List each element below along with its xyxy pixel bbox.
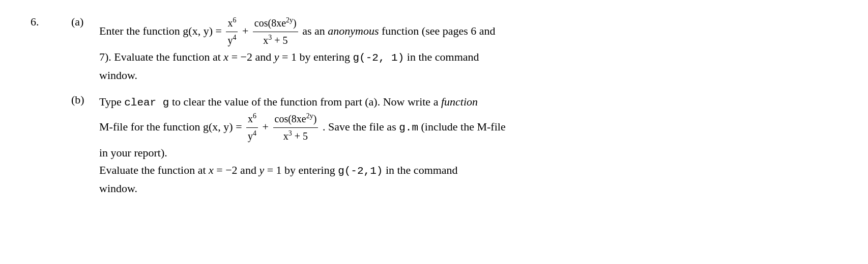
y-eq-2: = 1 by entering <box>264 164 335 176</box>
part-a-line3: window. <box>99 67 837 84</box>
x-var-2: x <box>209 164 214 176</box>
part-a-line2: 7). Evaluate the function at x = −2 and … <box>99 48 837 67</box>
part-a-func-name: g(x, y) = <box>183 24 222 37</box>
part-b-label: (b) <box>71 93 99 197</box>
g-call-b: g(-2,1) <box>338 165 383 177</box>
part-b-clear-text: to clear the value of the function from … <box>169 95 441 108</box>
y-var-2: y <box>259 164 264 176</box>
part-b-evaluate: Evaluate the function at <box>99 164 209 176</box>
fraction-3-numerator: x6 <box>246 111 258 128</box>
fraction-3-denominator: y4 <box>246 128 258 144</box>
fraction-3: x6 y4 <box>246 111 258 144</box>
fraction-2-denominator: x3 + 5 <box>262 32 289 48</box>
anonymous-text: anonymous <box>328 24 379 37</box>
part-a-label: (a) <box>71 15 99 84</box>
part-b-report: in your report). <box>99 146 167 159</box>
problem-content: (a) Enter the function g(x, y) = x6 y4 +… <box>71 15 837 206</box>
fraction-1-numerator: x6 <box>226 15 238 32</box>
clear-cmd: clear g <box>124 97 169 109</box>
part-b-window: window. <box>99 182 137 195</box>
part-b-line2: M-file for the function g(x, y) = x6 y4 … <box>99 111 837 144</box>
part-a-line1: Enter the function g(x, y) = x6 y4 + cos… <box>99 15 837 48</box>
part-a-intro: Enter the function <box>99 24 180 37</box>
fraction-2: cos(8xe2y) x3 + 5 <box>253 15 298 48</box>
part-a-in-command: in the command <box>407 50 479 63</box>
part-a-line2-text1: 7). Evaluate the function at <box>99 50 223 63</box>
part-b-type: Type <box>99 95 124 108</box>
part-b-body: Type clear g to clear the value of the f… <box>99 93 837 197</box>
part-a-body: Enter the function g(x, y) = x6 y4 + cos… <box>99 15 837 84</box>
fraction-4-denominator: x3 + 5 <box>282 128 309 144</box>
part-b-mfile-text: M-file for the function g(x, y) = <box>99 120 242 133</box>
part-b-line3: in your report). <box>99 144 837 162</box>
x-eq-2: = −2 and <box>214 164 259 176</box>
y-eq-1: = 1 by entering <box>279 50 350 63</box>
g-call-a: g(-2, 1) <box>353 52 404 64</box>
gm-file: g.m <box>399 122 418 134</box>
fraction-1: x6 y4 <box>226 15 238 48</box>
function-italic: function <box>441 95 478 108</box>
problem-6: 6. (a) Enter the function g(x, y) = x6 y… <box>31 15 837 206</box>
problem-number: 6. <box>31 15 71 206</box>
part-b-in-command: in the command <box>386 164 458 176</box>
part-b-line5: window. <box>99 180 837 197</box>
part-a-window: window. <box>99 69 137 82</box>
fraction-4-numerator: cos(8xe2y) <box>273 111 319 128</box>
fraction-4: cos(8xe2y) x3 + 5 <box>273 111 319 144</box>
plus-sign-1: + <box>242 24 248 37</box>
part-b-save-text: . Save the file as <box>323 120 399 133</box>
part-b: (b) Type clear g to clear the value of t… <box>71 93 837 197</box>
fraction-2-numerator: cos(8xe2y) <box>253 15 298 32</box>
part-a: (a) Enter the function g(x, y) = x6 y4 +… <box>71 15 837 84</box>
fraction-1-denominator: y4 <box>226 32 238 48</box>
part-b-line4: Evaluate the function at x = −2 and y = … <box>99 162 837 180</box>
part-a-as-an: as an <box>302 24 328 37</box>
part-a-function-text: function (see pages 6 and <box>379 24 496 37</box>
part-b-include-text: (include the M-file <box>418 120 506 133</box>
x-eq-1: = −2 and <box>228 50 274 63</box>
part-b-line1: Type clear g to clear the value of the f… <box>99 93 837 112</box>
x-var-1: x <box>223 50 228 63</box>
plus-sign-2: + <box>263 120 269 133</box>
